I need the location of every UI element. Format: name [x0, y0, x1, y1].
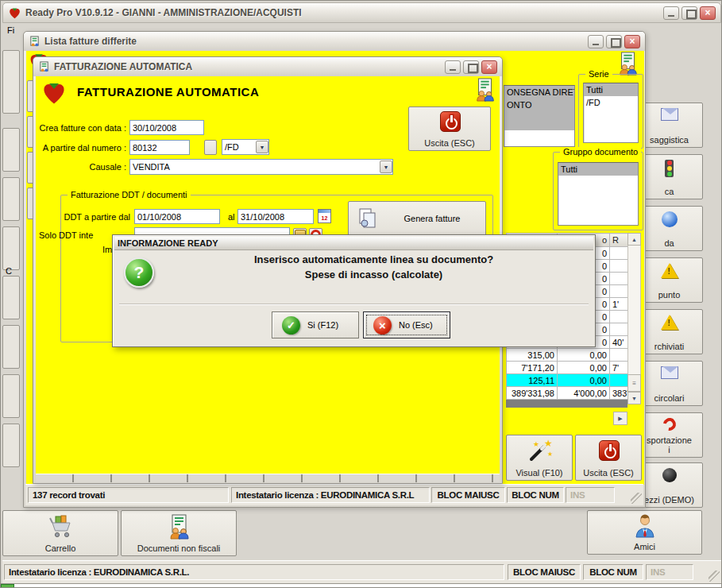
visual-button[interactable]: ★ ★ ★ Visual (F10)	[506, 435, 573, 481]
carrello-button[interactable]: Carrello	[2, 510, 118, 556]
grid-cell[interactable]	[610, 323, 628, 336]
table-row: 7'171,200,007'	[507, 362, 628, 374]
no-button[interactable]: × No (Esc)	[363, 311, 450, 338]
grid-cell[interactable]: 4'000,00	[558, 387, 610, 400]
dialog-title: INFORMAZIONE READY	[118, 238, 218, 248]
causale-label: Causale :	[39, 162, 126, 172]
grid-cell[interactable]: 125,11	[507, 374, 558, 387]
fatt-strawberry-icon	[39, 79, 69, 106]
side-button-label: rchiviati	[636, 342, 702, 351]
list-item[interactable]: Tutti	[558, 163, 638, 176]
list-item[interactable]: Tutti	[584, 83, 638, 96]
toolbar-button-fragment[interactable]	[2, 325, 20, 369]
dark-icon	[636, 468, 702, 482]
scroll-right-button[interactable]: ▶	[613, 412, 627, 425]
grid-cell[interactable]: 0,00	[558, 362, 610, 374]
side-button-label: da	[636, 238, 702, 248]
grid-cell[interactable]	[610, 260, 628, 273]
fatt-maximize-button[interactable]	[463, 60, 479, 74]
main-title: Ready Pro V10.9.12 - GIANNI - AMMINISTRA…	[25, 7, 302, 18]
grid-cell[interactable]: 389'331,98	[507, 387, 558, 400]
serie-listbox[interactable]: Tutti/FD	[583, 83, 639, 143]
main-status-license: Intestatario licenza : EURODINAMICA S.R.…	[4, 564, 504, 580]
lista-close-button[interactable]: ×	[624, 35, 640, 48]
fatt-uscita-button[interactable]: Uscita (ESC)	[408, 106, 491, 151]
ddt-dal-input[interactable]: 01/10/2008	[134, 209, 220, 224]
grid-cell[interactable]: 383'	[610, 387, 628, 400]
grid-cell[interactable]: 1'	[610, 298, 628, 311]
fatt-uscita-label: Uscita (ESC)	[409, 138, 490, 148]
grid-cell[interactable]	[610, 247, 628, 260]
toolbar-button-fragment[interactable]	[2, 128, 20, 172]
calendar-icon[interactable]: 12	[318, 209, 331, 223]
si-button[interactable]: ✓ Si (F12)	[272, 311, 359, 338]
genera-fatture-button[interactable]: Genera fatture	[348, 201, 486, 236]
ddt-al-input[interactable]: 31/10/2008	[237, 209, 314, 224]
grid-cell[interactable]: 7'	[610, 362, 628, 374]
scroll-down-button[interactable]: ▼	[627, 392, 641, 404]
scroll-up-button[interactable]: ▲	[627, 233, 641, 246]
fatt-close-button[interactable]: ×	[481, 60, 497, 74]
menu-fragment[interactable]: Fi	[7, 25, 14, 35]
numero-input[interactable]: 80132	[129, 140, 190, 155]
svg-text:★: ★	[547, 451, 553, 458]
grid-cell[interactable]	[610, 349, 628, 362]
gruppo-listbox[interactable]: Tutti	[558, 162, 639, 226]
documenti-non-fiscali-button[interactable]: Documenti non fiscali	[121, 510, 237, 556]
grid-cell[interactable]: 40'	[610, 336, 628, 349]
fatt-window-icon	[38, 61, 50, 73]
list-item[interactable]: ONTO	[504, 99, 574, 111]
lista-status-bar: 137 record trovati Intestatario licenza …	[25, 484, 643, 505]
toolbar-button-fragment[interactable]	[2, 226, 20, 270]
chevron-down-icon[interactable]: ▼	[256, 141, 268, 153]
visual-label: Visual (F10)	[507, 468, 572, 478]
toolbar-button-fragment[interactable]	[2, 374, 20, 418]
main-maximize-button[interactable]	[681, 6, 697, 20]
fatt-minimize-button[interactable]	[445, 60, 461, 74]
grid-header[interactable]: R	[610, 234, 628, 247]
lista-titlebar: Lista fatture differite ×	[24, 32, 645, 51]
chevron-down-icon[interactable]: ▼	[380, 161, 392, 173]
scrollbar-track[interactable]	[627, 246, 641, 374]
causale-dropdown[interactable]: VENDITA ▼	[129, 159, 393, 175]
grid-cell[interactable]	[610, 374, 628, 387]
toolbar-button-fragment[interactable]	[2, 50, 20, 114]
lista-minimize-button[interactable]	[588, 35, 604, 48]
lista-uscita-label: Uscita (ESC)	[576, 468, 641, 478]
crea-fatture-input[interactable]: 30/10/2008	[129, 120, 204, 135]
warn-icon	[636, 263, 702, 278]
fatt-bottom-ruler	[36, 474, 500, 482]
main-titlebar: Ready Pro V10.9.12 - GIANNI - AMMINISTRA…	[2, 2, 721, 23]
lista-resize-grip[interactable]	[631, 493, 642, 504]
amici-button[interactable]: Amici	[587, 510, 702, 555]
lista-uscita-button[interactable]: Uscita (ESC)	[575, 435, 642, 481]
destinazione-listbox[interactable]: ONSEGNA DIRET ONTO	[504, 85, 575, 147]
serie-dropdown[interactable]: /FD ▼	[222, 139, 269, 155]
numero-picker-button[interactable]	[204, 140, 217, 155]
ddt-group-label: Fatturazione DDT / documenti	[68, 190, 191, 199]
grid-cell[interactable]: 315,00	[507, 349, 558, 362]
scrollbar-thumb[interactable]: ≡	[627, 374, 641, 392]
main-status-numlock: BLOC NUM	[583, 564, 643, 580]
resize-grip[interactable]	[708, 571, 720, 582]
grid-cell[interactable]: 0,00	[558, 374, 610, 387]
table-row: 315,000,00	[507, 349, 628, 362]
main-close-button[interactable]: ×	[700, 6, 716, 20]
toolbar-button-fragment[interactable]	[2, 177, 20, 221]
grid-cell[interactable]: 0,00	[558, 349, 610, 362]
main-minimize-button[interactable]	[663, 6, 679, 20]
toolbar-button-fragment[interactable]	[2, 424, 20, 467]
grid-cell[interactable]	[610, 285, 628, 298]
list-item[interactable]: /FD	[584, 96, 638, 109]
list-item[interactable]: ONSEGNA DIRET	[504, 86, 574, 99]
grid-cell[interactable]	[610, 273, 628, 285]
grid-cell[interactable]	[610, 311, 628, 323]
grid-cell[interactable]: 7'171,20	[507, 362, 558, 374]
check-icon: ✓	[282, 316, 300, 335]
lista-maximize-button[interactable]	[606, 35, 622, 48]
fatt-report-people-icon	[473, 78, 498, 102]
toolbar-button-fragment[interactable]	[2, 276, 20, 319]
side-button-label: ezzi (DEMO)	[636, 495, 702, 505]
lista-status-numlock: BLOC NUM	[507, 487, 564, 503]
serie-group: Serie Tutti/FD	[578, 74, 643, 149]
